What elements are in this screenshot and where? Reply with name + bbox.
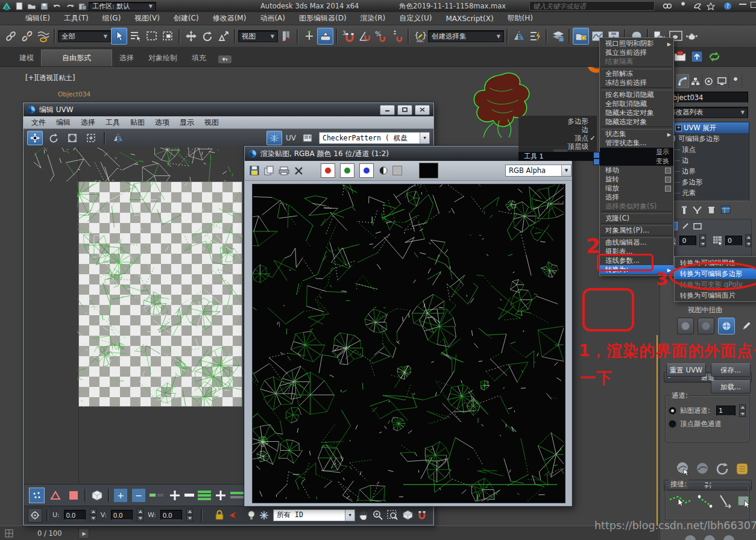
w-field[interactable]	[160, 510, 182, 520]
stack-row-editable-poly[interactable]: 可编辑多边形	[666, 133, 749, 144]
utilities-tab-icon[interactable]	[729, 74, 742, 88]
uv-edge-mode-icon[interactable]	[48, 488, 63, 503]
favorites-star-icon[interactable]	[704, 1, 717, 11]
bind-to-space-warp-icon[interactable]	[35, 28, 51, 45]
wrench-icon[interactable]	[676, 1, 689, 11]
search-icon[interactable]	[661, 1, 673, 11]
zoom-extents-icon[interactable]	[403, 510, 413, 520]
use-pivot-center-icon[interactable]	[278, 28, 294, 45]
menu-item-move[interactable]: 移动	[600, 166, 673, 175]
settings-box-icon[interactable]	[665, 168, 671, 174]
remove-modifier-icon[interactable]	[708, 206, 715, 214]
uv-grow-selection-icon[interactable]: +	[113, 488, 128, 503]
menu-item-state-sets[interactable]: 状态集▶	[600, 130, 673, 139]
menu-animation[interactable]: 动画(A)	[260, 13, 285, 24]
app-logo-icon[interactable]	[0, 1, 13, 11]
map-channel-radio[interactable]	[669, 407, 676, 415]
undo-icon[interactable]	[51, 1, 63, 11]
menu-item-object-properties[interactable]: 对象属性(P)...	[600, 226, 673, 235]
ribbon-tab-freeform[interactable]: 自由形式	[41, 49, 112, 66]
cylindrical-map-icon[interactable]	[704, 535, 717, 540]
uv-options-icon[interactable]	[300, 131, 315, 145]
uvw-menu-options[interactable]: 选项	[155, 118, 169, 128]
vertex-color-radio[interactable]	[669, 420, 676, 428]
named-selection-sets-combo[interactable]: 创建选择集▼	[428, 30, 504, 42]
search-input[interactable]	[529, 1, 655, 11]
uv-scale-icon[interactable]	[65, 131, 80, 145]
blue-channel-button[interactable]	[359, 163, 374, 178]
app-titlebar[interactable]: 工作区: 默认▼ Autodesk 3ds Max 2014 x64 角色201…	[0, 0, 756, 13]
menu-item-hide-selection[interactable]: 隐藏选定对象	[600, 118, 673, 127]
object-name-field[interactable]: Object034	[665, 92, 748, 103]
u-spinner[interactable]	[90, 509, 96, 521]
menu-item-isolate-selection[interactable]: 孤立当前选择	[600, 48, 673, 57]
menu-create[interactable]: 创建(C)	[174, 13, 199, 24]
edit-seams-icon[interactable]	[669, 492, 693, 510]
id-filter-combo[interactable]: 所有 ID▼	[273, 509, 355, 521]
menu-graph-editors[interactable]: 图形编辑器(D)	[299, 13, 347, 24]
stack-row-unwrap-uvw[interactable]: + UVW 展开	[666, 122, 749, 133]
load-uvw-button[interactable]: 加载...	[711, 380, 751, 394]
show-map-icon[interactable]	[266, 131, 282, 145]
save-icon[interactable]	[38, 1, 51, 11]
edit-pencil-icon[interactable]	[739, 318, 754, 334]
uvw-menu-display[interactable]: 显示	[180, 118, 194, 128]
tweak-in-view-label[interactable]: 视图中扭曲	[688, 306, 723, 315]
w-spinner[interactable]	[186, 509, 193, 521]
uv-loop-shrink-icon[interactable]	[184, 494, 194, 497]
v-field[interactable]	[111, 510, 133, 520]
modify-tab-icon[interactable]	[676, 74, 689, 88]
print-icon[interactable]	[279, 166, 289, 175]
maximize-button[interactable]	[397, 105, 412, 115]
menu-tools[interactable]: 工具(T)	[64, 13, 89, 24]
uv-vertex-mode-icon[interactable]	[29, 488, 45, 503]
unlink-selection-icon[interactable]	[19, 28, 35, 45]
expand-to-seams-icon[interactable]	[737, 493, 752, 510]
minimize-button[interactable]	[739, 4, 746, 5]
select-and-link-icon[interactable]	[2, 28, 19, 45]
refresh-icon[interactable]	[708, 51, 721, 63]
menu-item-rotate[interactable]: 旋转	[600, 175, 673, 184]
point-to-point-seam-icon[interactable]	[698, 492, 713, 510]
uvw-menu-select[interactable]: 选择	[81, 118, 95, 128]
uv-ring-icon[interactable]	[198, 490, 211, 501]
settings-box-icon[interactable]	[665, 186, 671, 192]
stack-row-vertex[interactable]: 顶点	[666, 144, 749, 155]
make-unique-icon[interactable]	[693, 206, 702, 214]
snaps-toggle-icon[interactable]: 3	[340, 28, 356, 45]
uvw-menu-file[interactable]: 文件	[31, 118, 46, 128]
ribbon-collapse-icon[interactable]: ▼▾	[218, 55, 232, 63]
expand-icon[interactable]: +	[675, 125, 682, 131]
uvw-remove-icon[interactable]	[677, 318, 694, 334]
quad-item-polygon[interactable]: 多边形	[518, 117, 597, 125]
menu-item-unhide-by-name[interactable]: 按名称取消隐藏	[600, 90, 673, 99]
peel-mode-icon[interactable]	[696, 462, 710, 476]
edit-named-selection-sets-icon[interactable]: {}ABC	[412, 28, 428, 45]
menu-item-freeze-selection[interactable]: 冻结当前选择	[600, 78, 673, 87]
quick-peel-icon[interactable]	[676, 462, 690, 476]
minimize-button[interactable]	[380, 105, 395, 115]
uv-polygon-mode-icon[interactable]	[66, 488, 81, 503]
uvw-menu-tools[interactable]: 工具	[106, 118, 120, 128]
new-file-icon[interactable]	[13, 1, 25, 11]
uv-loop-grow-icon[interactable]	[169, 489, 181, 501]
keyboard-shortcut-override-icon[interactable]	[317, 28, 333, 45]
next-frame-icon[interactable]: ▶	[78, 528, 89, 539]
channel-display-combo[interactable]: RGB Alpha▼	[505, 165, 572, 177]
iterations-field[interactable]: 0	[725, 236, 742, 246]
menu-rendering[interactable]: 渲染(R)	[361, 13, 386, 24]
menu-item-hide-unselected[interactable]: 隐藏未选定对象	[600, 108, 673, 118]
select-object-icon[interactable]	[111, 28, 127, 45]
redo-icon[interactable]	[63, 1, 76, 11]
window-crossing-icon[interactable]	[160, 28, 176, 45]
snap-magnet-icon[interactable]	[417, 510, 427, 520]
uv-loop-dashes-icon[interactable]	[150, 492, 165, 498]
mirror-icon[interactable]	[511, 28, 527, 45]
pelt-map-icon[interactable]	[736, 462, 749, 476]
rectangular-selection-region-icon[interactable]	[143, 28, 160, 45]
stack-row-polygon[interactable]: 多边形	[666, 177, 749, 187]
angle-snap-icon[interactable]	[356, 28, 373, 45]
uv-space-label[interactable]: UV	[286, 134, 296, 142]
reset-uvw-button[interactable]: 重置 UVW	[666, 363, 706, 377]
menu-item-unhide-all[interactable]: 全部取消隐藏	[600, 99, 673, 108]
